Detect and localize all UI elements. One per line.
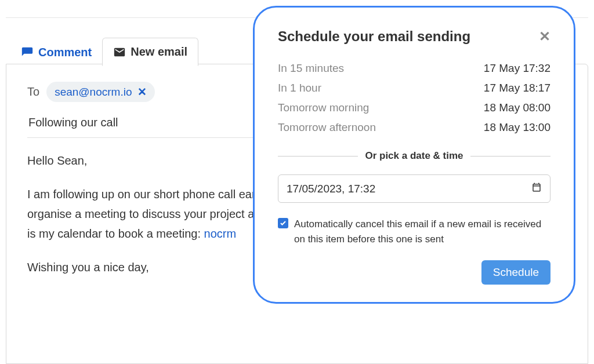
auto-cancel-row: Automatically cancel this email if a new… — [278, 217, 550, 246]
preset-label: In 15 minutes — [278, 62, 344, 75]
preset-time: 17 May 18:17 — [484, 82, 550, 94]
tab-new-email[interactable]: New email — [102, 38, 198, 66]
datetime-value: 17/05/2023, 17:32 — [287, 183, 375, 195]
preset-time: 18 May 13:00 — [484, 121, 550, 134]
datetime-input[interactable]: 17/05/2023, 17:32 — [278, 174, 550, 203]
calendar-link[interactable]: nocrm — [204, 227, 237, 240]
preset-list: In 15 minutes 17 May 17:32 In 1 hour 17 … — [278, 62, 550, 134]
modal-header: Schedule your email sending ✕ — [278, 28, 550, 45]
tab-comment-label: Comment — [38, 46, 92, 59]
remove-recipient-icon[interactable]: ✕ — [137, 85, 147, 99]
to-label: To — [27, 85, 39, 99]
preset-tomorrow-afternoon[interactable]: Tomorrow afternoon 18 May 13:00 — [278, 121, 550, 134]
preset-label: Tomorrow morning — [278, 101, 369, 114]
tabs-bar: Comment New email — [10, 38, 198, 66]
preset-label: In 1 hour — [278, 82, 321, 94]
close-icon[interactable]: ✕ — [539, 28, 550, 45]
divider-label: Or pick a date & time — [365, 150, 463, 162]
modal-title: Schedule your email sending — [278, 28, 470, 45]
tab-comment[interactable]: Comment — [10, 39, 102, 66]
calendar-icon — [531, 182, 542, 195]
recipient-chip[interactable]: sean@nocrm.io ✕ — [46, 82, 155, 102]
schedule-button[interactable]: Schedule — [481, 260, 550, 285]
modal-footer: Schedule — [278, 260, 550, 285]
comment-icon — [21, 46, 34, 59]
preset-tomorrow-morning[interactable]: Tomorrow morning 18 May 08:00 — [278, 101, 550, 114]
preset-15min[interactable]: In 15 minutes 17 May 17:32 — [278, 62, 550, 75]
preset-time: 18 May 08:00 — [484, 101, 550, 114]
auto-cancel-label: Automatically cancel this email if a new… — [294, 217, 550, 246]
envelope-icon — [113, 46, 126, 59]
tab-new-email-label: New email — [131, 45, 187, 59]
preset-label: Tomorrow afternoon — [278, 121, 376, 134]
schedule-modal: Schedule your email sending ✕ In 15 minu… — [253, 6, 575, 304]
preset-1hour[interactable]: In 1 hour 17 May 18:17 — [278, 82, 550, 94]
auto-cancel-checkbox[interactable] — [278, 218, 288, 228]
preset-time: 17 May 17:32 — [484, 62, 550, 75]
divider: Or pick a date & time — [278, 150, 550, 162]
recipient-email: sean@nocrm.io — [55, 86, 132, 99]
